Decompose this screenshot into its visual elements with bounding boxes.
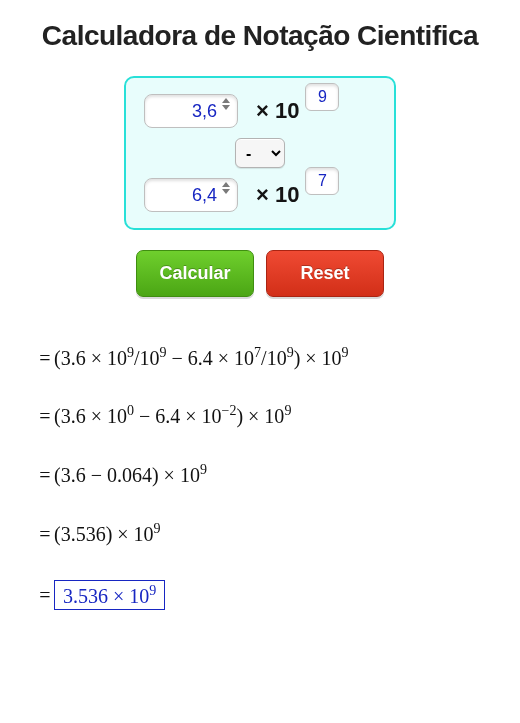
page-title: Calculadora de Notação Cientifica	[14, 20, 506, 52]
coefficient-1-spinner	[222, 98, 232, 110]
operand-2-row: × 10	[144, 178, 376, 212]
chevron-down-icon[interactable]	[222, 189, 230, 194]
input-panel: × 10 - × 10	[124, 76, 396, 230]
equals-sign: =	[36, 523, 54, 546]
equals-sign: =	[36, 584, 54, 607]
chevron-up-icon[interactable]	[222, 182, 230, 187]
step-4-expr: (3.536) × 109	[54, 523, 161, 545]
step-4: = (3.536) × 109	[36, 521, 498, 546]
chevron-up-icon[interactable]	[222, 98, 230, 103]
button-row: Calcular Reset	[14, 250, 506, 297]
step-3: = (3.6 − 0.064) × 109	[36, 462, 498, 487]
exponent-2-input[interactable]	[305, 167, 339, 195]
calcular-button[interactable]: Calcular	[136, 250, 254, 297]
chevron-down-icon[interactable]	[222, 105, 230, 110]
equals-sign: =	[36, 405, 54, 428]
derivation-output: = (3.6 × 109/109 − 6.4 × 107/109) × 109 …	[14, 315, 506, 654]
equals-sign: =	[36, 464, 54, 487]
times-ten-label-2: × 10	[256, 182, 299, 208]
final-result-box: 3.536 × 109	[54, 580, 165, 611]
step-2-expr: (3.6 × 100 − 6.4 × 10−2) × 109	[54, 405, 291, 427]
operator-row: -	[144, 138, 376, 168]
coefficient-2-spinner	[222, 182, 232, 194]
operand-1-row: × 10	[144, 94, 376, 128]
step-final: = 3.536 × 109	[36, 580, 498, 611]
output-scroll-area[interactable]: = (3.6 × 109/109 − 6.4 × 107/109) × 109 …	[14, 315, 506, 655]
equals-sign: =	[36, 347, 54, 370]
exponent-1-input[interactable]	[305, 83, 339, 111]
step-1: = (3.6 × 109/109 − 6.4 × 107/109) × 109	[36, 345, 498, 370]
operator-select[interactable]: -	[235, 138, 285, 168]
step-3-expr: (3.6 − 0.064) × 109	[54, 464, 207, 486]
step-2: = (3.6 × 100 − 6.4 × 10−2) × 109	[36, 404, 498, 429]
reset-button[interactable]: Reset	[266, 250, 384, 297]
step-1-expr: (3.6 × 109/109 − 6.4 × 107/109) × 109	[54, 347, 349, 369]
times-ten-label-1: × 10	[256, 98, 299, 124]
